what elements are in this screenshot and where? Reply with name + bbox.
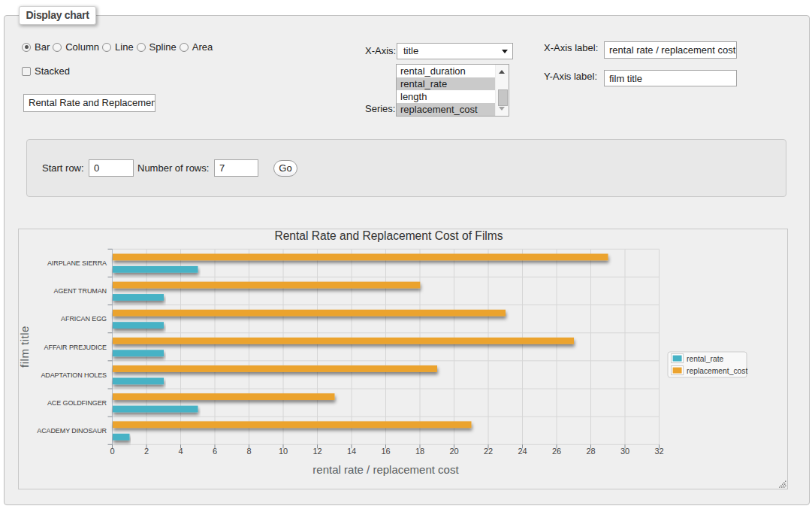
svg-text:AFRICAN EGG: AFRICAN EGG bbox=[61, 315, 107, 323]
svg-text:20: 20 bbox=[449, 447, 458, 456]
svg-text:ACADEMY DINOSAUR: ACADEMY DINOSAUR bbox=[37, 427, 107, 435]
svg-text:2: 2 bbox=[144, 447, 149, 456]
svg-text:rental_rate: rental_rate bbox=[687, 355, 724, 363]
svg-text:22: 22 bbox=[484, 447, 493, 456]
svg-text:18: 18 bbox=[415, 447, 424, 456]
svg-text:AFFAIR PREJUDICE: AFFAIR PREJUDICE bbox=[44, 344, 107, 351]
svg-text:4: 4 bbox=[178, 447, 183, 456]
svg-text:30: 30 bbox=[620, 447, 629, 456]
svg-text:Rental Rate and Replacement Co: Rental Rate and Replacement Cost of Film… bbox=[274, 229, 503, 242]
svg-text:12: 12 bbox=[312, 447, 321, 456]
svg-text:ACE GOLDFINGER: ACE GOLDFINGER bbox=[47, 399, 107, 407]
svg-text:14: 14 bbox=[347, 447, 356, 456]
svg-text:AGENT TRUMAN: AGENT TRUMAN bbox=[54, 287, 107, 295]
svg-text:AIRPLANE SIERRA: AIRPLANE SIERRA bbox=[47, 259, 107, 267]
svg-text:26: 26 bbox=[552, 447, 561, 456]
svg-text:0: 0 bbox=[110, 447, 114, 456]
svg-text:10: 10 bbox=[279, 447, 288, 456]
svg-text:rental rate / replacement cost: rental rate / replacement cost bbox=[312, 463, 459, 476]
svg-text:32: 32 bbox=[654, 447, 663, 456]
svg-text:ADAPTATION HOLES: ADAPTATION HOLES bbox=[41, 371, 107, 379]
svg-text:8: 8 bbox=[246, 447, 251, 456]
svg-text:replacement_cost: replacement_cost bbox=[687, 367, 747, 375]
svg-text:16: 16 bbox=[381, 447, 390, 456]
svg-text:film title: film title bbox=[19, 326, 31, 368]
svg-text:24: 24 bbox=[518, 447, 527, 456]
svg-text:6: 6 bbox=[213, 447, 217, 456]
svg-text:28: 28 bbox=[586, 447, 595, 456]
